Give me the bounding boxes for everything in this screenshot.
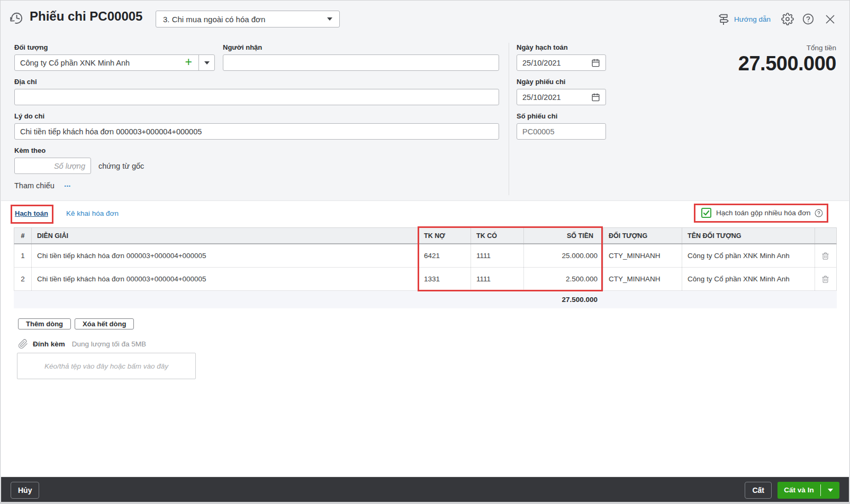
row-actions: Thêm dòng Xóa hết dòng (18, 318, 138, 329)
save-and-print-button[interactable]: Cất và In (777, 482, 839, 499)
col-header-actions (815, 228, 836, 243)
save-and-print-dropdown[interactable] (821, 489, 839, 492)
header-tools: Hướng dẫn (717, 12, 836, 26)
ngay-hach-toan-value: 25/10/2021 (522, 59, 561, 67)
merge-invoices-checkbox[interactable] (701, 208, 711, 218)
add-object-icon[interactable]: + (183, 56, 198, 70)
help-icon[interactable] (802, 13, 814, 25)
nguoi-nhan-input[interactable] (223, 54, 499, 71)
close-icon[interactable] (825, 14, 836, 25)
calendar-icon[interactable] (591, 93, 600, 102)
merge-invoices-label: Hạch toán gộp nhiều hóa đơn (716, 209, 811, 217)
paperclip-icon (18, 339, 28, 349)
save-button[interactable]: Cất (745, 482, 772, 499)
gear-icon[interactable] (781, 13, 794, 25)
table-sum-row: 27.500.000 (14, 291, 837, 308)
kem-theo-input[interactable]: Số lượng (14, 158, 91, 174)
attachment-hint: Dung lượng tối đa 5MB (72, 340, 146, 348)
so-phieu-chi-input[interactable]: PC00005 (517, 123, 606, 140)
doi-tuong-combo[interactable]: Công ty Cổ phần XNK Minh Anh + (14, 54, 215, 71)
guide-label: Hướng dẫn (734, 15, 771, 23)
label-tham-chieu: Tham chiếu (14, 181, 55, 190)
calendar-icon[interactable] (591, 58, 600, 67)
page-title: Phiếu chi PC00005 (30, 9, 142, 24)
save-and-print-label: Cất và In (777, 486, 820, 494)
col-header-index: # (14, 228, 32, 243)
tab-hach-toan[interactable]: Hạch toán (15, 209, 48, 217)
table-row[interactable]: 2 Chi tiền tiếp khách hóa đơn 000003+000… (14, 268, 837, 291)
clear-rows-button[interactable]: Xóa hết dòng (75, 318, 134, 329)
tab-ke-khai-hoa-don[interactable]: Kê khai hóa đơn (66, 209, 119, 217)
table-total-amount: 27.500.000 (14, 296, 603, 304)
trash-icon[interactable] (821, 252, 829, 260)
ngay-phieu-chi-input[interactable]: 25/10/2021 (517, 89, 606, 105)
ly-do-chi-value: Chi tiền tiếp khách hóa đơn 000003+00000… (20, 127, 202, 136)
label-dia-chi: Địa chỉ (14, 78, 37, 86)
help-circle-icon[interactable] (815, 209, 823, 217)
checkmark-icon (703, 209, 710, 216)
label-nguoi-nhan: Người nhận (223, 43, 262, 51)
doi-tuong-value: Công ty Cổ phần XNK Minh Anh (15, 59, 183, 67)
label-doi-tuong: Đối tượng (14, 43, 48, 51)
guide-link[interactable]: Hướng dẫn (717, 13, 771, 26)
label-ly-do-chi: Lý do chi (14, 112, 44, 120)
accounting-table: # DIỄN GIẢI TK NỢ TK CÓ SỐ TIỀN ĐỐI TƯỢN… (14, 227, 837, 308)
col-header-credit-account: TK CÓ (471, 228, 524, 243)
ngay-phieu-chi-value: 25/10/2021 (522, 93, 561, 102)
chevron-down-icon (204, 61, 210, 65)
doi-tuong-dropdown-button[interactable] (198, 55, 214, 70)
ngay-hach-toan-input[interactable]: 25/10/2021 (517, 54, 606, 71)
trash-icon[interactable] (821, 275, 829, 283)
col-header-amount: SỐ TIỀN (524, 228, 603, 243)
col-header-description: DIỄN GIẢI (32, 228, 419, 243)
col-header-object: ĐỐI TƯỢNG (603, 228, 682, 243)
kem-theo-suffix: chứng từ gốc (98, 162, 144, 170)
attachment-label: Đính kèm (33, 340, 65, 348)
file-dropzone[interactable]: Kéo/thả tệp vào đây hoặc bấm vào đây (17, 353, 196, 379)
tham-chieu-link[interactable]: ... (64, 179, 71, 188)
footer-bar: Hủy Cất Cất và In (1, 477, 849, 503)
chevron-down-icon (327, 17, 332, 21)
ly-do-chi-input[interactable]: Chi tiền tiếp khách hóa đơn 000003+00000… (14, 123, 499, 140)
bottom-strip (1, 502, 849, 503)
table-row[interactable]: 1 Chi tiền tiếp khách hóa đơn 000003+000… (14, 244, 837, 268)
voucher-type-select[interactable]: 3. Chi mua ngoài có hóa đơn (156, 11, 340, 28)
so-phieu-chi-value: PC00005 (522, 127, 554, 136)
form-divider (509, 43, 509, 195)
add-row-button[interactable]: Thêm dòng (18, 318, 71, 329)
total-amount: 27.500.000 (738, 52, 836, 75)
col-header-debit-account: TK NỢ (419, 228, 471, 243)
dia-chi-input[interactable] (14, 89, 499, 105)
attachment-row: Đính kèm Dung lượng tối đa 5MB (18, 339, 146, 349)
label-so-phieu-chi: Số phiếu chi (517, 112, 557, 120)
label-ngay-hach-toan: Ngày hạch toán (517, 43, 568, 51)
total-label: Tổng tiền (807, 44, 836, 52)
table-body: 1 Chi tiền tiếp khách hóa đơn 000003+000… (14, 244, 837, 291)
payment-voucher-window: Phiếu chi PC00005 3. Chi mua ngoài có hó… (0, 0, 850, 504)
label-ngay-phieu-chi: Ngày phiếu chi (517, 78, 565, 86)
signpost-icon (717, 13, 730, 26)
cancel-button[interactable]: Hủy (11, 482, 39, 499)
col-header-object-name: TÊN ĐỐI TƯỢNG (682, 228, 815, 243)
table-header-row: # DIỄN GIẢI TK NỢ TK CÓ SỐ TIỀN ĐỐI TƯỢN… (14, 227, 837, 244)
label-kem-theo: Kèm theo (14, 146, 46, 154)
chevron-down-icon (828, 489, 833, 492)
kem-theo-placeholder: Số lượng (54, 162, 85, 170)
history-icon[interactable] (9, 11, 24, 26)
merge-invoices-checkbox-group[interactable]: Hạch toán gộp nhiều hóa đơn (701, 208, 823, 218)
voucher-type-value: 3. Chi mua ngoài có hóa đơn (163, 15, 327, 24)
